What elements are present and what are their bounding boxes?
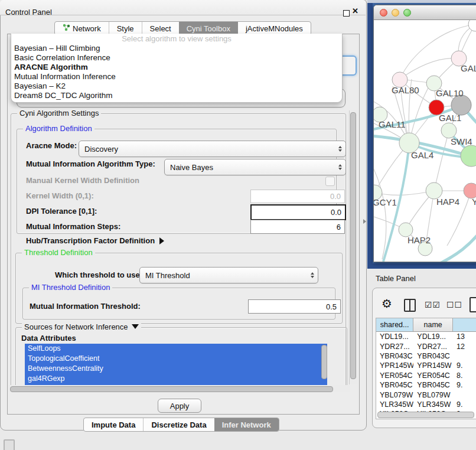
column-header-partial[interactable] xyxy=(453,318,476,331)
kernel-width-input[interactable]: 0.0 xyxy=(250,190,345,203)
table-cell: YBR043C xyxy=(413,352,453,360)
network-node[interactable] xyxy=(461,145,476,167)
table-row[interactable]: YPR145WYPR145W9. xyxy=(376,361,476,370)
aracne-mode-combo[interactable]: Discovery xyxy=(79,141,346,157)
table-row[interactable]: YDR27...YDR27...12 xyxy=(376,341,476,351)
sources-legend[interactable]: Sources for Network Inference xyxy=(22,322,141,331)
table-rows: YDL19...YDL19...13YDR27...YDR27...12YBR0… xyxy=(376,332,476,419)
settings-scrollpane: Cyni Algorithm Settings Algorithm Defini… xyxy=(8,110,349,385)
tab-cyni-toolbox[interactable]: Cyni Toolbox xyxy=(179,22,238,35)
minimized-panel-icon[interactable] xyxy=(4,439,15,450)
table-cell: YDR27... xyxy=(413,343,453,351)
hub-section-toggle[interactable]: Hub/Transcription Factor Definition xyxy=(26,236,164,245)
table-row[interactable]: YBR043CYBR043C xyxy=(376,351,476,361)
settings-hscrollbar-thumb[interactable] xyxy=(10,386,333,392)
dpi-tolerance-label: DPI Tolerance [0,1]: xyxy=(26,207,97,216)
algorithm-definition-legend: Algorithm Definition xyxy=(23,124,94,133)
columns-icon[interactable] xyxy=(404,299,416,312)
node-label: GAL1 xyxy=(439,113,461,123)
tab-infer-network[interactable]: Infer Network xyxy=(214,418,279,431)
data-attributes-label: Data Attributes xyxy=(21,334,76,343)
collapse-down-icon xyxy=(132,324,139,329)
column-header-shared-name[interactable]: shared... xyxy=(376,318,413,331)
deselect-all-checkboxes-icon[interactable]: ☐☐ xyxy=(446,300,462,309)
network-node[interactable] xyxy=(468,20,476,31)
table-row[interactable]: YDL19...YDL19...13 xyxy=(376,332,476,341)
table-cell: YER054C xyxy=(376,371,413,380)
which-threshold-label: Which threshold to use: xyxy=(55,270,142,279)
settings-vscrollbar-thumb[interactable] xyxy=(350,112,356,379)
table-hscrollbar-thumb[interactable] xyxy=(377,412,474,418)
table-row[interactable]: YBL079WYBL079W xyxy=(376,390,476,399)
table-cell: YBR045C xyxy=(376,381,413,389)
new-table-icon[interactable] xyxy=(470,297,476,312)
expand-right-icon xyxy=(159,237,164,244)
table-cell: YPR145W xyxy=(376,361,413,370)
table-cell: YDL19... xyxy=(413,332,453,341)
network-node[interactable] xyxy=(451,95,471,115)
data-attributes-list[interactable]: SelfLoopsTopologicalCoefficientBetweenne… xyxy=(25,344,327,385)
mi-type-label: Mutual Information Algorithm Type: xyxy=(26,159,155,168)
node-label: SWI4 xyxy=(451,136,472,146)
attribute-item[interactable]: TopologicalCoefficient xyxy=(25,354,327,364)
table-row[interactable]: YBR045CYBR045C9. xyxy=(376,380,476,390)
network-canvas[interactable]: GALGAL80GAL10GAL1GAL11SWI4GAL4GCY1HAP4YH… xyxy=(374,20,476,262)
table-row[interactable]: YLR345WYLR345W9. xyxy=(376,400,476,409)
network-frame-bottom-edge xyxy=(367,263,476,269)
manual-kernel-checkbox[interactable] xyxy=(325,177,335,186)
gear-icon[interactable]: ⚙ xyxy=(382,298,392,309)
popup-item[interactable]: Mutual Information Inference xyxy=(11,72,342,81)
popup-item[interactable]: Basic Correlation Inference xyxy=(11,53,342,63)
popup-item[interactable]: Bayesian – K2 xyxy=(11,81,342,91)
algorithm-popup-items: Bayesian – Hill ClimbingBasic Correlatio… xyxy=(11,44,342,100)
splitter-handle[interactable] xyxy=(363,219,366,224)
attributes-scrollbar-thumb[interactable] xyxy=(321,345,327,379)
close-icon[interactable]: ✕ xyxy=(352,6,358,15)
apply-button[interactable]: Apply xyxy=(158,399,201,413)
node-label: GAL10 xyxy=(436,88,464,98)
tab-network[interactable]: Network xyxy=(55,22,109,35)
tab-select[interactable]: Select xyxy=(142,22,179,35)
popup-item[interactable]: Dream8 DC_TDC Algorithm xyxy=(11,91,342,100)
mi-steps-label: Mutual Information Steps: xyxy=(26,222,120,231)
popup-item[interactable]: ARACNE Algorithm xyxy=(11,63,342,72)
attribute-item[interactable]: BetweennessCentrality xyxy=(25,364,327,374)
stepper-arrows-icon xyxy=(338,164,342,170)
node-label: Y xyxy=(472,197,476,207)
node-label: HAP4 xyxy=(436,197,459,207)
float-window-icon[interactable] xyxy=(343,10,350,17)
close-traffic-light[interactable] xyxy=(380,9,387,17)
table-cell: 9. xyxy=(453,400,476,409)
tab-style[interactable]: Style xyxy=(109,22,142,35)
minimize-traffic-light[interactable] xyxy=(392,9,399,17)
column-header-name[interactable]: name xyxy=(413,318,453,331)
tab-impute-data[interactable]: Impute Data xyxy=(84,418,143,431)
table-cell: 8. xyxy=(453,371,476,380)
cyni-settings-legend: Cyni Algorithm Settings xyxy=(17,110,101,118)
algorithm-popup: Select algorithm to view settings Bayesi… xyxy=(11,34,343,103)
mi-steps-input[interactable]: 6 xyxy=(250,220,345,234)
attribute-item[interactable]: gal4RGexp xyxy=(25,374,327,384)
table-cell: 13 xyxy=(453,332,476,341)
node-label: GAL11 xyxy=(379,119,406,129)
attribute-item[interactable]: SelfLoops xyxy=(25,344,327,354)
mi-type-combo[interactable]: Naive Bayes xyxy=(164,159,346,175)
table-header: shared... name xyxy=(376,318,476,332)
dpi-tolerance-input[interactable]: 0.0 xyxy=(250,204,346,220)
kernel-width-label: Kernel Width (0,1): xyxy=(26,191,94,200)
control-panel-titlebar[interactable] xyxy=(0,0,366,15)
zoom-traffic-light[interactable] xyxy=(403,9,411,17)
network-frame-left-edge xyxy=(367,0,373,269)
select-all-checkboxes-icon[interactable]: ☑☑ xyxy=(425,300,441,309)
tab-jactivemnodules[interactable]: jActiveMNodules xyxy=(238,22,311,35)
table-cell: 12 xyxy=(453,343,476,351)
tab-discretize-data[interactable]: Discretize Data xyxy=(143,418,214,431)
network-window-titlebar[interactable] xyxy=(374,5,476,20)
node-label: GAL80 xyxy=(392,85,419,95)
node-table: shared... name YDL19...YDL19...13YDR27..… xyxy=(376,318,476,419)
table-row[interactable]: YER054CYER054C8. xyxy=(376,371,476,380)
node-label: HAP2 xyxy=(407,235,431,245)
which-threshold-combo[interactable]: MI Threshold xyxy=(139,267,318,283)
mi-threshold-input[interactable]: 0.5 xyxy=(248,299,341,314)
popup-item[interactable]: Bayesian – Hill Climbing xyxy=(11,44,342,53)
